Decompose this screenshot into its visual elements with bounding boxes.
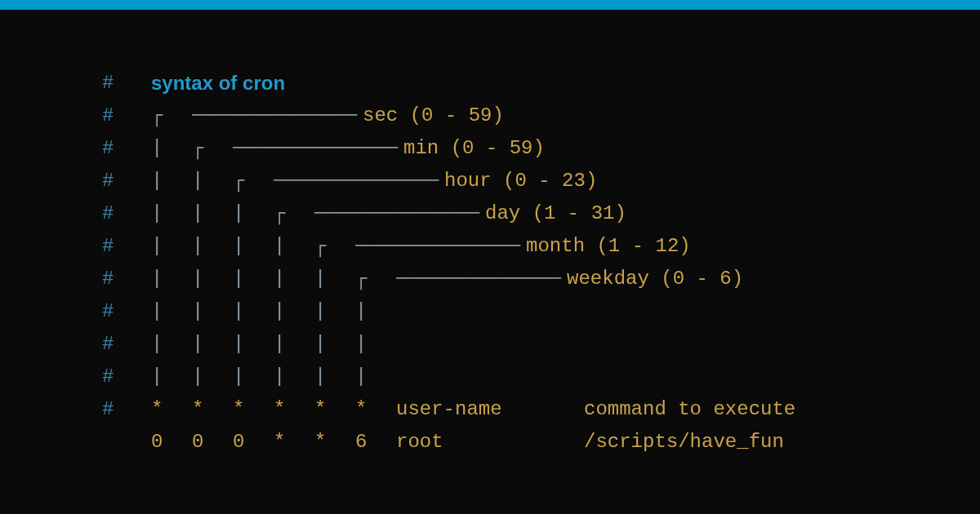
box-pipe: | [274, 328, 314, 361]
box-pipe: | [192, 197, 233, 230]
field-label: weekday (0 - 6) [567, 263, 743, 295]
box-corner: ┌ [355, 263, 396, 295]
box-pipe: | [151, 328, 192, 361]
box-pipe: | [151, 263, 192, 295]
box-hline: ─────────────── [355, 230, 519, 263]
field-label: min (0 - 59) [403, 132, 545, 165]
box-corner: ┌ [233, 165, 274, 197]
field-row-month: # | | | | ┌─────────────── month (1 - 12… [102, 230, 980, 263]
box-pipe: | [192, 165, 233, 197]
star: * [355, 393, 396, 426]
box-corner: ┌ [314, 230, 355, 263]
box-pipe: | [314, 361, 355, 393]
example-field: 0 [192, 426, 233, 459]
hash-mark: # [102, 263, 151, 295]
box-pipe: | [233, 328, 274, 361]
box-pipe: | [233, 263, 274, 295]
pipe-row: # | | | | | | [102, 328, 980, 361]
field-row-day: # | | | ┌─────────────── day (1 - 31) [102, 197, 980, 230]
hash-mark [102, 426, 151, 459]
header-cmd: command to execute [584, 393, 795, 426]
example-field: 0 [233, 426, 274, 459]
hash-mark: # [102, 361, 151, 393]
field-row-weekday: # | | | | | ┌─────────────── weekday (0 … [102, 263, 980, 295]
box-pipe: | [314, 295, 355, 328]
box-pipe: | [274, 263, 314, 295]
box-pipe: | [314, 328, 355, 361]
pipe-row: # | | | | | | [102, 361, 980, 393]
box-pipe: | [233, 230, 274, 263]
box-pipe: | [192, 361, 233, 393]
box-hline: ─────────────── [274, 165, 438, 197]
box-pipe: | [314, 263, 355, 295]
example-cmd: /scripts/have_fun [584, 426, 784, 459]
field-label: day (1 - 31) [485, 197, 626, 230]
diagram-title: syntax of cron [151, 67, 285, 100]
hash-mark: # [102, 328, 151, 361]
box-pipe: | [151, 165, 192, 197]
box-corner: ┌ [192, 132, 233, 165]
box-hline: ─────────────── [233, 132, 397, 165]
hash-mark: # [102, 197, 151, 230]
star: * [192, 393, 233, 426]
example-field: * [274, 426, 314, 459]
example-field: 6 [355, 426, 396, 459]
field-row-min: # | ┌─────────────── min (0 - 59) [102, 132, 980, 165]
field-label: sec (0 - 59) [363, 100, 504, 132]
title-row: # syntax of cron [102, 67, 980, 100]
star: * [314, 393, 355, 426]
box-pipe: | [355, 361, 396, 393]
box-hline: ─────────────── [192, 100, 356, 132]
hash-mark: # [102, 67, 151, 100]
hash-mark: # [102, 100, 151, 132]
box-pipe: | [151, 230, 192, 263]
box-hline: ─────────────── [314, 197, 479, 230]
box-pipe: | [151, 132, 192, 165]
top-accent-bar [0, 0, 980, 10]
box-corner: ┌ [151, 100, 192, 132]
box-pipe: | [151, 197, 192, 230]
box-pipe: | [274, 295, 314, 328]
template-row: # * * * * * * user-name command to execu… [102, 393, 980, 426]
hash-mark: # [102, 132, 151, 165]
header-user: user-name [396, 393, 584, 426]
example-field: 0 [151, 426, 192, 459]
example-field: * [314, 426, 355, 459]
hash-mark: # [102, 295, 151, 328]
box-pipe: | [192, 263, 233, 295]
example-user: root [396, 426, 584, 459]
star: * [151, 393, 192, 426]
box-pipe: | [233, 295, 274, 328]
box-pipe: | [151, 361, 192, 393]
box-pipe: | [192, 230, 233, 263]
hash-mark: # [102, 393, 151, 426]
hash-mark: # [102, 230, 151, 263]
box-pipe: | [274, 230, 314, 263]
box-pipe: | [355, 328, 396, 361]
hash-mark: # [102, 165, 151, 197]
star: * [274, 393, 314, 426]
star: * [233, 393, 274, 426]
example-row: 0 0 0 * * 6 root /scripts/have_fun [102, 426, 980, 459]
field-row-sec: # ┌─────────────── sec (0 - 59) [102, 100, 980, 132]
field-label: month (1 - 12) [526, 230, 691, 263]
field-label: hour (0 - 23) [444, 165, 597, 197]
box-hline: ─────────────── [396, 263, 560, 295]
box-pipe: | [192, 295, 233, 328]
box-pipe: | [151, 295, 192, 328]
box-pipe: | [192, 328, 233, 361]
box-pipe: | [233, 361, 274, 393]
cron-syntax-diagram: # syntax of cron # ┌─────────────── sec … [0, 10, 980, 459]
box-pipe: | [355, 295, 396, 328]
pipe-row: # | | | | | | [102, 295, 980, 328]
field-row-hour: # | | ┌─────────────── hour (0 - 23) [102, 165, 980, 197]
box-pipe: | [274, 361, 314, 393]
box-pipe: | [233, 197, 274, 230]
box-corner: ┌ [274, 197, 314, 230]
